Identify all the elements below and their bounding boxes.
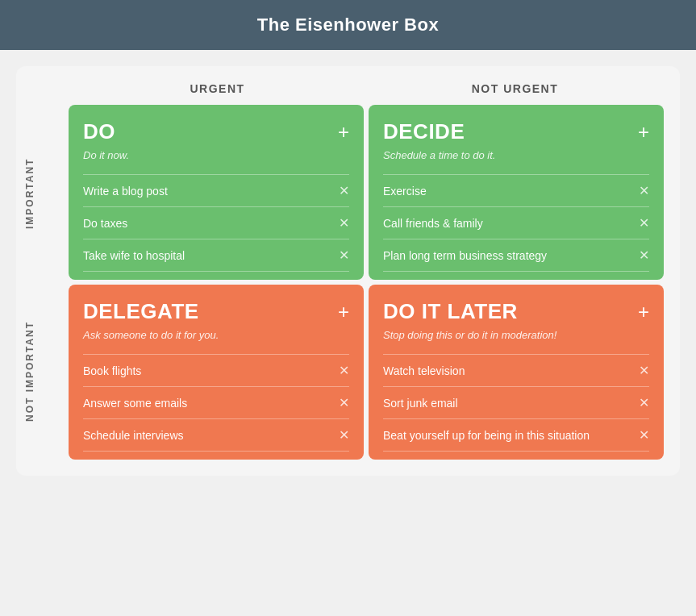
- add-task-button-do-it-later[interactable]: +: [638, 302, 649, 322]
- remove-task-button[interactable]: ✕: [639, 248, 649, 263]
- task-item: Answer some emails✕: [83, 386, 349, 418]
- remove-task-button[interactable]: ✕: [339, 427, 349, 443]
- task-label: Book flights: [83, 364, 141, 377]
- task-item: Plan long term business strategy✕: [383, 239, 649, 272]
- remove-task-button[interactable]: ✕: [639, 427, 649, 443]
- remove-task-button[interactable]: ✕: [639, 215, 649, 231]
- app-title: The Eisenhower Box: [257, 15, 439, 35]
- quadrant-title-delegate: DELEGATE: [83, 299, 199, 324]
- task-item: Book flights✕: [83, 354, 349, 386]
- task-label: Watch television: [383, 364, 465, 377]
- quadrant-subtitle-delegate: Ask someone to do it for you.: [83, 329, 349, 341]
- column-headers: URGENT NOT URGENT: [69, 82, 664, 105]
- task-label: Do taxes: [83, 217, 127, 230]
- quadrant-subtitle-do-it-later: Stop doing this or do it in moderation!: [383, 329, 649, 341]
- quadrants-container: DO+Do it now.Write a blog post✕Do taxes✕…: [69, 105, 664, 460]
- task-list-do-it-later: Watch television✕Sort junk email✕Beat yo…: [383, 354, 649, 452]
- task-item: Write a blog post✕: [83, 174, 349, 206]
- task-item: Do taxes✕: [83, 206, 349, 239]
- task-list-delegate: Book flights✕Answer some emails✕Schedule…: [83, 354, 349, 452]
- task-item: Call friends & family✕: [383, 206, 649, 239]
- task-list-decide: Exercise✕Call friends & family✕Plan long…: [383, 174, 649, 272]
- quadrant-grid: IMPORTANT NOT IMPORTANT DO+Do it now.Wri…: [69, 105, 664, 460]
- add-task-button-do[interactable]: +: [338, 123, 349, 142]
- not-important-label: NOT IMPORTANT: [24, 282, 35, 460]
- task-item: Sort junk email✕: [383, 386, 649, 418]
- quadrant-decide: DECIDE+Schedule a time to do it.Exercise…: [369, 105, 664, 280]
- urgent-column-header: URGENT: [69, 82, 366, 105]
- add-task-button-delegate[interactable]: +: [338, 302, 349, 322]
- task-label: Call friends & family: [383, 217, 483, 230]
- task-label: Plan long term business strategy: [383, 249, 547, 262]
- remove-task-button[interactable]: ✕: [339, 248, 349, 263]
- remove-task-button[interactable]: ✕: [639, 395, 649, 410]
- task-label: Beat yourself up for being in this situa…: [383, 429, 590, 442]
- task-item: Exercise✕: [383, 174, 649, 206]
- quadrant-subtitle-decide: Schedule a time to do it.: [383, 149, 649, 161]
- task-item: Take wife to hospital✕: [83, 239, 349, 272]
- task-label: Schedule interviews: [83, 429, 184, 442]
- remove-task-button[interactable]: ✕: [339, 183, 349, 198]
- remove-task-button[interactable]: ✕: [639, 183, 649, 198]
- task-label: Answer some emails: [83, 397, 187, 410]
- remove-task-button[interactable]: ✕: [339, 215, 349, 231]
- task-item: Watch television✕: [383, 354, 649, 386]
- task-label: Sort junk email: [383, 397, 458, 410]
- quadrant-title-do: DO: [83, 119, 115, 144]
- task-label: Exercise: [383, 185, 427, 198]
- header: The Eisenhower Box: [0, 0, 696, 50]
- task-label: Take wife to hospital: [83, 249, 185, 262]
- important-label: IMPORTANT: [24, 105, 35, 282]
- task-list-do: Write a blog post✕Do taxes✕Take wife to …: [83, 174, 349, 272]
- quadrant-do: DO+Do it now.Write a blog post✕Do taxes✕…: [69, 105, 364, 280]
- quadrant-title-decide: DECIDE: [383, 119, 465, 144]
- quadrant-delegate: DELEGATE+Ask someone to do it for you.Bo…: [69, 285, 364, 460]
- quadrant-title-do-it-later: DO IT LATER: [383, 299, 518, 324]
- task-item: Beat yourself up for being in this situa…: [383, 418, 649, 452]
- remove-task-button[interactable]: ✕: [639, 363, 649, 378]
- not-urgent-column-header: NOT URGENT: [366, 82, 664, 105]
- remove-task-button[interactable]: ✕: [339, 363, 349, 378]
- add-task-button-decide[interactable]: +: [638, 123, 649, 142]
- quadrant-do-it-later: DO IT LATER+Stop doing this or do it in …: [369, 285, 664, 460]
- task-label: Write a blog post: [83, 185, 168, 198]
- quadrant-subtitle-do: Do it now.: [83, 149, 349, 161]
- task-item: Schedule interviews✕: [83, 418, 349, 452]
- remove-task-button[interactable]: ✕: [339, 395, 349, 410]
- eisenhower-card: URGENT NOT URGENT IMPORTANT NOT IMPORTAN…: [16, 66, 680, 476]
